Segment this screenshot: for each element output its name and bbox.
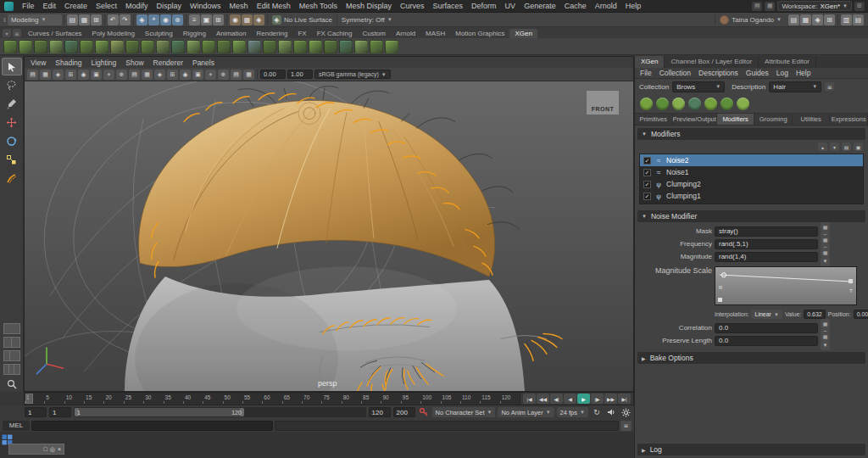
menu-uv[interactable]: UV [501, 2, 520, 10]
bake-options-header[interactable]: ▶ Bake Options [637, 352, 865, 364]
time-slider-track[interactable]: 1510152025303540455055606570758085909510… [25, 393, 520, 405]
shelf-icon-25[interactable] [370, 40, 383, 53]
shelf-icon-22[interactable] [324, 40, 337, 53]
shelf-icon-13[interactable] [186, 40, 200, 53]
timeline-tick-120[interactable]: 120 [500, 393, 520, 405]
select-tool[interactable] [2, 58, 22, 75]
xgen-tool-icon-2[interactable] [656, 98, 669, 110]
timeline-tick-85[interactable]: 85 [361, 393, 381, 405]
minimized-window-titlebar[interactable]: □ ◎ × [8, 444, 64, 455]
anim-layer-dropdown[interactable]: No Anim Layer ▼ [498, 407, 554, 417]
modifier-row-noise1[interactable]: ✓≈Noise1 [640, 166, 863, 178]
shelf-icon-4[interactable] [49, 40, 63, 53]
status-icon[interactable]: ▦ [800, 14, 811, 25]
anim-end-field[interactable]: 200 [393, 407, 415, 417]
viewport-toolbar-icon-7[interactable]: ⌖ [103, 70, 114, 80]
command-language-toggle[interactable]: MEL [3, 421, 30, 431]
timeline-tick-80[interactable]: 80 [342, 393, 361, 405]
viewport-toolbar-icon-14[interactable]: ▣ [192, 70, 203, 80]
viewport-toolbar-icon-9[interactable]: ▤ [129, 70, 140, 80]
description-options-icon[interactable]: ⊞ [825, 82, 834, 91]
modifier-toolbar-icon-1[interactable]: ▴ [818, 142, 827, 151]
checkbox-icon[interactable]: ✓ [643, 193, 651, 200]
shelf-tab-sculpting[interactable]: Sculpting [140, 29, 178, 38]
menu-surfaces[interactable]: Surfaces [429, 2, 468, 10]
command-input[interactable] [31, 421, 273, 431]
attr-input-frequency[interactable]: rand(.5,1) [715, 239, 818, 249]
playback-button-1[interactable]: |◀ [523, 394, 536, 404]
shelf-tab-fx-caching[interactable]: FX Caching [312, 29, 358, 38]
xgen-groom-tool[interactable] [2, 170, 22, 187]
chevron-down-icon[interactable]: ▼ [821, 257, 830, 266]
status-icon[interactable]: ▣ [201, 14, 212, 25]
layout-persp-outliner-button[interactable] [3, 350, 20, 361]
shelf-tab-rigging[interactable]: Rigging [178, 29, 211, 38]
menu-set-selector[interactable]: Modeling ▼ [8, 14, 62, 25]
collection-dropdown[interactable]: Brows ▼ [672, 81, 725, 92]
magnitude-scale-ramp[interactable]: R T [715, 266, 857, 305]
layout-single-pane-button[interactable] [3, 323, 20, 334]
shelf-icon-15[interactable] [217, 40, 231, 53]
shelf-icon-23[interactable] [339, 40, 353, 53]
section-collapse-handle[interactable]: ‖ [2, 17, 8, 23]
timeline-tick-90[interactable]: 90 [381, 393, 400, 405]
attr-input-correlation[interactable]: 0.0 [715, 323, 818, 333]
timeline-tick-95[interactable]: 95 [401, 393, 420, 405]
set-key-button[interactable] [418, 407, 430, 417]
account-menu[interactable]: Taina Ogando ▼ [715, 14, 786, 25]
xgen-tool-icon-5[interactable] [704, 98, 717, 110]
viewport-menu-renderer[interactable]: Renderer [153, 59, 183, 67]
shelf-icon-6[interactable] [80, 40, 93, 53]
menu-arnold[interactable]: Arnold [591, 2, 621, 10]
shelf-tab-arnold[interactable]: Arnold [391, 29, 420, 38]
modifier-row-noise2[interactable]: ✓≈Noise2 [640, 154, 863, 166]
viewport-menu-panels[interactable]: Panels [192, 59, 214, 67]
layout-single-icon[interactable]: ▤ [752, 2, 762, 11]
timeline-tick-50[interactable]: 50 [223, 393, 242, 405]
layout-split-button[interactable] [3, 364, 20, 375]
viewport-toolbar-icon-15[interactable]: ⌖ [205, 70, 216, 80]
playback-button-5[interactable]: ▶ [577, 394, 590, 404]
menu-deform[interactable]: Deform [467, 2, 501, 10]
xgen-menu-guides[interactable]: Guides [746, 69, 769, 77]
fps-dropdown[interactable]: 24 fps ▼ [557, 407, 588, 417]
panel-tab-attribute-editor[interactable]: Attribute Editor [759, 56, 816, 68]
viewport-toolbar-icon-3[interactable]: ◈ [53, 70, 64, 80]
menu-display[interactable]: Display [153, 2, 186, 10]
layout-split-icon[interactable]: ▦ [765, 2, 775, 11]
shelf-icon-7[interactable] [95, 40, 108, 53]
menu-modify[interactable]: Modify [121, 2, 153, 10]
value-field[interactable]: 0.632 [804, 310, 826, 319]
viewport-toolbar-icon-8[interactable]: ⊕ [116, 70, 127, 80]
range-slider-track[interactable]: 1 120 [74, 407, 366, 417]
xgen-tool-icon-4[interactable] [688, 98, 701, 110]
menu-create[interactable]: Create [60, 2, 92, 10]
status-icon[interactable]: ⊞ [91, 14, 102, 25]
menu-help[interactable]: Help [621, 2, 646, 10]
sidebar-toggle-icon[interactable]: ▤ [853, 14, 864, 25]
menu-mesh[interactable]: Mesh [225, 2, 253, 10]
modifiers-frame-header[interactable]: ▼ Modifiers [637, 128, 865, 140]
viewport-menu-view[interactable]: View [31, 59, 46, 67]
timeline-tick-100[interactable]: 100 [420, 393, 440, 405]
menu-edit[interactable]: Edit [39, 2, 61, 10]
shelf-tab-xgen[interactable]: XGen [509, 29, 537, 38]
shelf-icon-8[interactable] [110, 40, 124, 53]
status-icon[interactable]: ⊕ [172, 14, 183, 25]
playback-end-field[interactable]: 120 [369, 407, 391, 417]
status-icon[interactable]: ↷ [120, 14, 131, 25]
attr-input-magnitude[interactable]: rand(1,4) [715, 252, 818, 262]
xgen-menu-log[interactable]: Log [776, 69, 788, 77]
shelf-gear-icon[interactable]: ⊞ [13, 29, 21, 37]
scale-tool[interactable] [2, 151, 22, 169]
viewport-canvas[interactable]: persp FRONT [25, 81, 633, 391]
shelf-tab-custom[interactable]: Custom [357, 29, 391, 38]
status-icon[interactable]: ◉ [230, 14, 241, 25]
timeline-tick-65[interactable]: 65 [282, 393, 302, 405]
script-editor-icon[interactable]: ⊞ [620, 421, 632, 431]
status-icon[interactable]: ⌖ [148, 14, 159, 25]
status-icon[interactable]: ↶ [108, 14, 119, 25]
modifier-row-clumping1[interactable]: ✓ψClumping1 [640, 190, 863, 202]
shelf-icon-19[interactable] [278, 40, 292, 53]
menu-file[interactable]: File [18, 2, 39, 10]
